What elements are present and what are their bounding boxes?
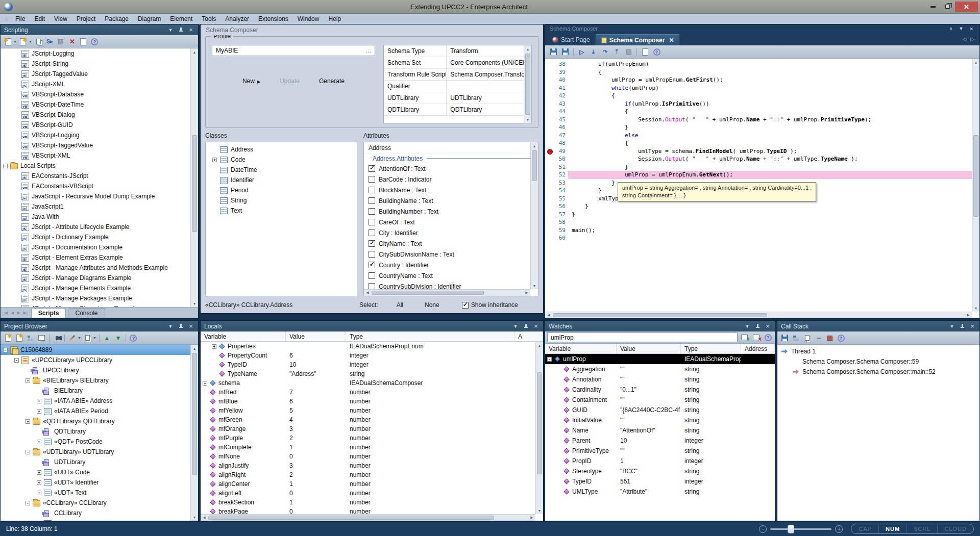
scroll-thumb[interactable] — [973, 135, 978, 217]
expander-icon[interactable] — [37, 409, 41, 414]
breakpoint-margin[interactable] — [545, 226, 554, 235]
code-line[interactable]: 51 } — [545, 163, 979, 171]
expander-icon[interactable] — [212, 344, 216, 349]
project-tree-item[interactable]: UDTLibrary — [1, 457, 198, 467]
scroll-down-icon[interactable]: ▼ — [536, 507, 543, 514]
zoom-out-button[interactable]: − — [759, 525, 767, 533]
watch-row[interactable]: umlProp IEADualSchemaPrope — [545, 354, 775, 364]
project-tree-item[interactable]: «QDT» PostCode — [1, 437, 198, 447]
locals-row[interactable]: mfComplete 1 number — [201, 443, 543, 452]
project-tree-item[interactable]: «BIELibrary» BIELibrary — [1, 375, 198, 386]
script-tree-item[interactable]: JScript - Manage Diagrams Example — [1, 273, 198, 283]
column-address[interactable]: A — [514, 331, 543, 341]
project-tree-item[interactable]: «UDT» Code — [1, 467, 198, 477]
project-tree-item[interactable]: CCLibrary — [1, 508, 198, 518]
locals-v-scrollbar[interactable]: ▲ ▼ — [535, 342, 543, 514]
locals-row[interactable]: alignJustify 3 number — [201, 461, 543, 470]
watch-row[interactable]: Parent 10 integer — [545, 436, 775, 446]
watch-row[interactable]: InitialValue "" string — [545, 415, 775, 425]
close-icon[interactable]: × — [187, 323, 194, 330]
code-line[interactable]: 46 } — [545, 123, 979, 132]
attribute-row[interactable]: CitySubDivisionName : Text — [364, 249, 538, 260]
tab-scroll-left-icon[interactable]: ◀ — [9, 311, 15, 315]
help-button[interactable]: ? — [763, 333, 773, 342]
expander-icon[interactable] — [37, 470, 41, 475]
column-variable[interactable]: Variable — [201, 331, 286, 341]
scroll-left-icon[interactable]: ◀ — [201, 516, 208, 520]
show-inheritance-checkbox[interactable] — [462, 302, 469, 309]
script-tree-item[interactable]: JScript - Dictionary Example — [1, 232, 198, 242]
scroll-right-icon[interactable]: ▶ — [523, 291, 530, 295]
property-row[interactable]: Qualifier — [384, 81, 524, 92]
script-tree-item[interactable]: JScript - Attribute Lifecycle Example — [1, 222, 198, 232]
new-script-group-dropdown-icon[interactable]: ▼ — [13, 40, 17, 43]
project-tree-item[interactable]: QDTLibrary — [1, 426, 198, 437]
script-tree-item[interactable]: VBScript-TaggedValue — [1, 140, 198, 150]
expander-icon[interactable] — [212, 158, 217, 162]
code-line[interactable]: 47 else — [545, 132, 979, 140]
breakpoint-margin[interactable] — [545, 195, 554, 203]
continue-button[interactable]: ▷ — [577, 47, 586, 57]
script-tree-item[interactable]: JavaScript - Recursive Model Dump Exampl… — [1, 191, 198, 201]
project-tree-item[interactable]: «CCLibrary» CCLibrary — [1, 498, 198, 508]
breakpoint-margin[interactable] — [545, 60, 554, 68]
script-document-button[interactable] — [79, 37, 88, 46]
script-tree-item[interactable]: JScript-String — [1, 59, 198, 69]
close-icon[interactable]: × — [532, 323, 540, 330]
project-browser-scrollbar[interactable]: ▲ ▼ — [190, 345, 198, 521]
locals-row[interactable]: schema IEADualSchemaComposer — [201, 378, 543, 388]
stop-debug-button[interactable] — [624, 47, 633, 57]
code-line[interactable]: 48 { — [545, 139, 979, 147]
project-tree-item[interactable]: «UDT» Text — [1, 488, 198, 498]
expander-icon[interactable] — [203, 381, 207, 386]
breakpoint-margin[interactable] — [545, 76, 554, 84]
watch-row[interactable]: UMLType "Attribute" string — [545, 487, 775, 497]
panel-menu-icon[interactable]: ▼ — [167, 323, 174, 330]
column-address[interactable]: Address — [741, 344, 775, 353]
code-line[interactable]: 39 { — [545, 68, 979, 76]
column-type[interactable]: Type — [681, 344, 741, 353]
menu-item[interactable]: Tools — [197, 14, 220, 23]
new-element-button[interactable] — [37, 333, 46, 343]
script-tree-item[interactable]: VBScript-DateTime — [1, 99, 198, 110]
script-tree-item[interactable]: VBScript-Database — [1, 89, 198, 99]
watch-row[interactable]: Name "AttentionOf" string — [545, 425, 775, 436]
breakpoint-margin[interactable] — [545, 116, 554, 124]
panel-menu-icon[interactable]: ▼ — [948, 323, 955, 330]
code-line[interactable]: 49 umlType = schema.FindInModel( umlProp… — [545, 147, 979, 156]
expander-icon[interactable] — [37, 399, 41, 403]
step-over-button[interactable]: ↷ — [600, 47, 610, 57]
locals-row[interactable]: alignRight 2 number — [201, 470, 543, 479]
locals-row[interactable]: mfBlue 6 number — [201, 397, 543, 406]
add-watch-button[interactable] — [740, 333, 749, 342]
code-line[interactable]: 38 if(umlPropEnum) — [545, 60, 979, 68]
delete-watch-button[interactable] — [751, 333, 761, 342]
script-tree-item[interactable]: VBScript-GUID — [1, 120, 198, 130]
code-line[interactable]: 50 Session.Output( " " + umlProp.Name + … — [545, 155, 979, 163]
watch-row[interactable]: PropID 1 integer — [545, 456, 775, 466]
script-tree-item[interactable]: EAConstants-JScript — [1, 171, 198, 181]
attribute-row[interactable]: BuildingName : Text — [364, 195, 538, 206]
tab-start-page[interactable]: Start Page — [547, 34, 595, 45]
edit-button[interactable] — [67, 333, 77, 343]
script-tree-item[interactable]: VBScript-Dialog — [1, 110, 198, 120]
help-button[interactable]: ? — [90, 37, 100, 46]
script-tree-item[interactable]: JScript-TaggedValue — [1, 69, 198, 79]
scroll-down-icon[interactable]: ▼ — [524, 116, 531, 123]
select-none-button[interactable]: None — [425, 301, 439, 309]
save-all-button[interactable] — [560, 47, 570, 57]
scroll-up-icon[interactable]: ▲ — [191, 345, 198, 352]
stack-frame-row[interactable]: Schema Composer.Schema Composer::59 — [777, 356, 979, 367]
menu-item[interactable]: Analyzer — [220, 14, 254, 23]
breakpoint-margin[interactable] — [545, 92, 554, 100]
find-in-browser-button[interactable] — [52, 333, 62, 343]
scroll-up-icon[interactable]: ▲ — [536, 342, 543, 349]
column-variable[interactable]: Variable — [545, 344, 617, 353]
attribute-row[interactable]: CityName : Text — [364, 238, 538, 249]
tab-scroll-last-icon[interactable]: ▶| — [22, 311, 29, 315]
generate-button[interactable]: Generate — [319, 78, 345, 85]
save-stack-button[interactable] — [780, 333, 790, 343]
script-tree-item[interactable]: EAConstants-VBScript — [1, 181, 198, 191]
panel-menu-icon[interactable]: ▼ — [512, 323, 519, 330]
script-tree-item[interactable]: JScript - Manage Attributes and Methods … — [1, 263, 198, 273]
